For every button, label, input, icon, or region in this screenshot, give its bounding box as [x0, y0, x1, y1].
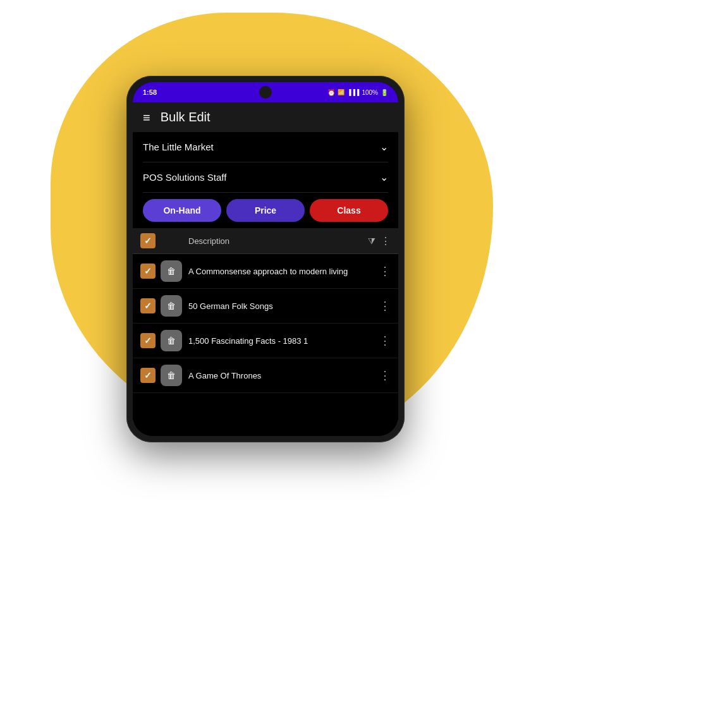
row-description-1: A Commonsense approach to modern living — [188, 267, 377, 276]
row-checkmark-icon-1: ✓ — [144, 266, 152, 276]
trash-icon-4: 🗑 — [167, 370, 176, 380]
trash-button-4[interactable]: 🗑 — [161, 365, 182, 386]
trash-icon-2: 🗑 — [167, 301, 176, 311]
row-description-3: 1,500 Fascinating Facts - 1983 1 — [188, 336, 377, 346]
row-menu-icon-4[interactable]: ⋮ — [379, 368, 391, 382]
app-bar: ≡ Bulk Edit — [133, 102, 398, 132]
phone-frame: 1:58 ⏰ 📶 ▐▐▐ 100% 🔋 ≡ Bulk Edit The Litt… — [126, 76, 405, 442]
header-checkmark-icon: ✓ — [144, 236, 152, 246]
row-checkbox-3[interactable]: ✓ — [140, 333, 156, 348]
row-checkmark-icon-3: ✓ — [144, 336, 152, 346]
camera-cutout — [259, 86, 272, 99]
dropdown-section: The Little Market ⌄ POS Solutions Staff … — [133, 132, 398, 193]
status-time: 1:58 — [143, 88, 157, 96]
trash-button-1[interactable]: 🗑 — [161, 260, 182, 282]
battery-icon: 🔋 — [381, 89, 388, 96]
store-dropdown[interactable]: The Little Market ⌄ — [143, 132, 388, 162]
store-chevron-icon: ⌄ — [380, 141, 388, 153]
filter-icon[interactable]: ⧩ — [368, 236, 375, 246]
status-right-icons: ⏰ 📶 ▐▐▐ 100% 🔋 — [327, 89, 388, 96]
phone-screen: 1:58 ⏰ 📶 ▐▐▐ 100% 🔋 ≡ Bulk Edit The Litt… — [133, 82, 398, 436]
store-label: The Little Market — [143, 142, 214, 152]
row-checkbox-1[interactable]: ✓ — [140, 264, 156, 279]
signal-icon: ▐▐▐ — [347, 89, 359, 95]
tab-on-hand[interactable]: On-Hand — [143, 199, 221, 222]
row-checkmark-icon-2: ✓ — [144, 301, 152, 311]
trash-icon-1: 🗑 — [167, 266, 176, 276]
table-row: ✓ 🗑 A Commonsense approach to modern liv… — [133, 254, 398, 289]
table-row: ✓ 🗑 1,500 Fascinating Facts - 1983 1 ⋮ — [133, 324, 398, 358]
row-description-2: 50 German Folk Songs — [188, 301, 377, 311]
trash-icon-3: 🗑 — [167, 336, 176, 346]
status-bar: 1:58 ⏰ 📶 ▐▐▐ 100% 🔋 — [133, 82, 398, 102]
row-checkmark-icon-4: ✓ — [144, 370, 152, 380]
header-more-icon[interactable]: ⋮ — [381, 235, 391, 247]
staff-chevron-icon: ⌄ — [380, 171, 388, 183]
tabs-container: On-Hand Price Class — [133, 193, 398, 228]
tab-class[interactable]: Class — [310, 199, 388, 222]
trash-button-2[interactable]: 🗑 — [161, 295, 182, 317]
trash-button-3[interactable]: 🗑 — [161, 330, 182, 351]
row-checkbox-2[interactable]: ✓ — [140, 298, 156, 313]
battery-label: 100% — [362, 89, 378, 96]
phone-device: 1:58 ⏰ 📶 ▐▐▐ 100% 🔋 ≡ Bulk Edit The Litt… — [126, 76, 405, 442]
row-checkbox-4[interactable]: ✓ — [140, 368, 156, 383]
tab-price[interactable]: Price — [226, 199, 305, 222]
table-row: ✓ 🗑 A Game Of Thrones ⋮ — [133, 358, 398, 393]
header-checkbox[interactable]: ✓ — [140, 233, 156, 248]
row-description-4: A Game Of Thrones — [188, 371, 377, 380]
table-body: ✓ 🗑 A Commonsense approach to modern liv… — [133, 254, 398, 436]
staff-label: POS Solutions Staff — [143, 172, 226, 183]
wifi-icon: 📶 — [338, 89, 345, 95]
staff-dropdown[interactable]: POS Solutions Staff ⌄ — [143, 162, 388, 193]
table-row: ✓ 🗑 50 German Folk Songs ⋮ — [133, 289, 398, 324]
row-menu-icon-1[interactable]: ⋮ — [379, 264, 391, 278]
description-column-header: Description — [188, 236, 365, 246]
row-menu-icon-2[interactable]: ⋮ — [379, 299, 391, 313]
menu-icon[interactable]: ≡ — [143, 111, 150, 124]
page-title: Bulk Edit — [161, 110, 211, 124]
alarm-icon: ⏰ — [327, 89, 335, 96]
table-header: ✓ Description ⧩ ⋮ — [133, 228, 398, 254]
row-menu-icon-3[interactable]: ⋮ — [379, 334, 391, 348]
